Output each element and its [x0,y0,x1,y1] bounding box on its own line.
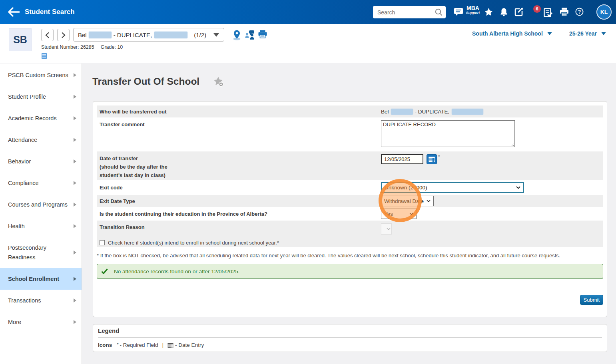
school-selector[interactable]: South Alberta High School [472,30,552,37]
chevron-right-icon [74,95,76,99]
page-title: Transfer Out Of School [92,76,199,87]
legend-date-entry: - Date Entry [175,342,204,348]
chevron-right-icon [74,181,76,185]
user-avatar[interactable]: KL [596,4,612,20]
date-of-transfer-label: Date of transfer (should be the day afte… [97,151,381,180]
redacted-name-1 [89,32,112,38]
sidebar-item-more[interactable]: More [0,311,82,333]
top-header-bar: Student Search MBA Support 6 ? KL [0,0,616,24]
enroll-next-year-checkbox[interactable] [100,240,105,245]
school-caret [547,32,552,35]
calendar-button[interactable] [427,154,437,164]
sidebar-item-school-enrollment[interactable]: School Enrollment [0,268,82,290]
year-selector[interactable]: 25-26 Year [569,30,606,37]
date-of-transfer-input[interactable] [381,154,423,164]
student-initials-badge: SB [9,28,32,51]
help-icon[interactable]: ? [575,8,584,18]
app-title: Student Search [25,8,75,16]
svg-text:?: ? [578,9,581,15]
report-check-icon[interactable] [544,8,552,19]
student-grade: Grade: 10 [101,44,123,50]
continuing-education-select[interactable]: Yes [381,209,417,219]
compose-icon[interactable] [514,8,523,18]
chevron-right-icon [74,73,76,77]
student-selector[interactable]: Bel - DUPLICATE, (1/2) [73,28,224,42]
footnote-text: * If the box is NOT checked, be advised … [97,253,603,259]
who-value-prefix: Bel [381,109,389,115]
legend-calendar-icon [167,342,173,348]
transition-reason-select [381,223,392,235]
transfer-comment-label: Transfer comment [97,117,381,151]
required-marker: * [438,154,440,159]
sidebar-item-postsecondary-readiness[interactable]: Postsecondary Readiness [0,237,82,268]
success-message: No attendance records found on or after … [114,269,239,274]
sidebar-item-pscb-custom-screens[interactable]: PSCB Custom Screens [0,64,82,86]
sidebar-item-attendance[interactable]: Attendance [0,129,82,151]
submit-button[interactable]: Submit [580,295,603,305]
student-name-separator: - DUPLICATE, [114,32,152,38]
exit-code-label: Exit code [97,185,381,191]
sidebar-item-transactions[interactable]: Transactions [0,290,82,311]
notifications-bell-icon[interactable] [500,8,508,18]
who-value-separator: - DUPLICATE, [415,109,450,115]
chevron-right-icon [74,159,76,163]
redacted-name-2 [154,32,187,38]
previous-student-button[interactable] [41,29,54,41]
exit-code-select[interactable]: Unknown (20000) [381,182,524,193]
chevron-right-icon [74,277,76,281]
back-arrow-button[interactable] [8,7,20,17]
chat-icon[interactable] [454,8,463,18]
success-check-icon [101,269,108,274]
exit-date-type-select[interactable]: Withdrawal Date [381,196,434,206]
sidebar-item-behavior[interactable]: Behavior [0,151,82,172]
chevron-right-icon [74,203,76,207]
enroll-next-year-label: Check here if student(s) intend to enrol… [108,240,279,246]
sidebar-item-compliance[interactable]: Compliance [0,172,82,194]
print-student-icon[interactable] [258,30,267,40]
sidebar-item-health[interactable]: Health [0,215,82,237]
location-pin-icon[interactable] [233,30,241,42]
legend-required-field: - Required Field [120,342,158,348]
search-icon[interactable] [435,8,443,18]
chevron-right-icon [74,138,76,142]
student-pager: (1/2) [194,32,206,38]
year-caret [601,32,606,35]
legend-icons-label: Icons [98,342,112,348]
student-number: Student Number: 26285 [41,44,94,50]
student-selector-caret [213,33,219,37]
student-note-icon[interactable] [42,53,47,59]
notification-count-badge[interactable]: 6 [533,5,541,13]
mba-support-logo[interactable]: MBA Support [465,5,481,15]
favorites-star-icon[interactable] [484,8,493,18]
transition-reason-label: Transition Reason [97,224,381,235]
sidebar-item-academic-records[interactable]: Academic Records [0,107,82,129]
success-message-box: No attendance records found on or after … [97,264,603,279]
chevron-right-icon [74,320,76,324]
exit-date-type-label: Exit Date Type [97,198,381,204]
who-label: Who will be transferred out [97,109,381,115]
print-icon[interactable] [560,8,569,18]
chevron-right-icon [74,224,76,228]
next-student-button[interactable] [57,29,70,41]
counselor-chat-icon[interactable] [245,30,255,42]
redacted-who-1 [391,109,413,115]
student-toolbar: SB Bel - DUPLICATE, (1/2) Student Number… [0,24,616,63]
chevron-right-icon [74,298,76,302]
transfer-comment-textarea[interactable]: DUPLICATE RECORD [381,120,515,147]
global-search [373,6,446,18]
transfer-form-card: Who will be transferred out Bel - DUPLIC… [93,101,607,317]
legend-card: Legend Icons * - Required Field | - Date… [93,324,607,352]
continuing-education-label: Is the student continuing their educatio… [97,211,381,217]
chevron-right-icon [74,116,76,120]
sidebar-nav: PSCB Custom Screens Student Profile Acad… [0,64,82,364]
school-name: South Alberta High School [472,30,543,37]
year-label: 25-26 Year [569,30,597,37]
redacted-who-2 [452,109,483,115]
chevron-right-icon [74,251,76,255]
sidebar-item-student-profile[interactable]: Student Profile [0,86,82,107]
sidebar-item-courses-and-programs[interactable]: Courses and Programs [0,194,82,215]
favorite-page-star-icon[interactable] [213,76,224,87]
student-name-prefix: Bel [78,32,87,38]
legend-title: Legend [98,327,602,338]
